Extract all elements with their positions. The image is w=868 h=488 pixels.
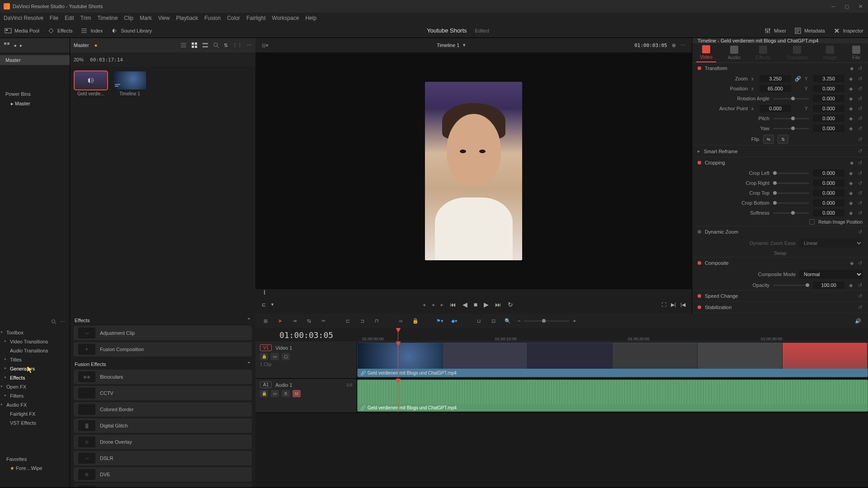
tree-titles[interactable]: Titles bbox=[0, 355, 70, 364]
retain-checkbox[interactable] bbox=[809, 219, 815, 225]
mark-in-icon[interactable]: ⊏ bbox=[262, 302, 266, 308]
tab-file[interactable]: File bbox=[849, 44, 864, 62]
tree-audio-transitions[interactable]: Audio Transitions bbox=[0, 346, 70, 355]
minimize-button[interactable]: ─ bbox=[829, 2, 837, 10]
dynamic-trim-tool[interactable]: ⇆ bbox=[304, 316, 313, 325]
search-icon[interactable] bbox=[51, 319, 57, 324]
bypass-icon[interactable]: ⊛ bbox=[672, 42, 676, 48]
sound-library-toggle[interactable]: Sound Library bbox=[111, 27, 152, 34]
keyframe-icon[interactable]: ◆ bbox=[848, 86, 854, 91]
snap-icon[interactable]: ⊔ bbox=[474, 316, 483, 325]
tree-favorites[interactable]: Favorites bbox=[0, 455, 70, 464]
trim-tool[interactable]: ⇥ bbox=[290, 316, 299, 325]
opacity-input[interactable] bbox=[813, 282, 844, 289]
softness-input[interactable] bbox=[813, 209, 844, 216]
pitch-slider[interactable] bbox=[773, 118, 809, 119]
zoom-out-icon[interactable]: − bbox=[518, 318, 520, 324]
metadata-toggle[interactable]: Metadata bbox=[794, 27, 825, 34]
effect-item[interactable]: ▭Adjustment Clip bbox=[74, 326, 252, 340]
effect-item[interactable]: Night Vision bbox=[74, 483, 252, 487]
blade-tool[interactable]: ✂ bbox=[319, 316, 328, 325]
crop-left-slider[interactable] bbox=[773, 173, 809, 174]
cropping-header[interactable]: Cropping ◆↺ bbox=[692, 157, 868, 168]
selection-tool[interactable]: ➤ bbox=[275, 316, 284, 325]
insert-icon[interactable]: ⊏ bbox=[343, 316, 352, 325]
timeline-view-icon[interactable]: ⊞ bbox=[261, 316, 270, 325]
tree-filters[interactable]: Filters bbox=[0, 391, 70, 400]
reset-icon[interactable]: ↺ bbox=[857, 116, 863, 121]
yaw-slider[interactable] bbox=[773, 128, 809, 129]
link-icon[interactable]: 🔗 bbox=[795, 76, 801, 82]
sort-icon[interactable]: ⇅ bbox=[224, 42, 228, 48]
tree-fairlight-fx[interactable]: Fairlight FX bbox=[0, 409, 70, 418]
effect-item[interactable]: ◎Drone Overlay bbox=[74, 435, 252, 449]
marker-icon[interactable]: ◆▾ bbox=[450, 316, 459, 325]
menu-item[interactable]: View bbox=[158, 15, 170, 21]
audio-clip[interactable]: 🔗Geld verdienen mit Blogs und ChatGPT.mp… bbox=[357, 380, 868, 412]
reset-icon[interactable]: ↺ bbox=[857, 136, 863, 142]
crop-bottom-slider[interactable] bbox=[773, 202, 809, 204]
menu-item[interactable]: Color bbox=[227, 15, 240, 21]
anchor-y-input[interactable] bbox=[813, 105, 844, 112]
tree-generators[interactable]: Generators bbox=[0, 364, 70, 373]
keyframe-icon[interactable]: ◆ bbox=[848, 96, 854, 101]
keyframe-icon[interactable]: ◆ bbox=[849, 160, 854, 165]
fullscreen-icon[interactable]: ⛶ bbox=[661, 302, 666, 307]
rotation-slider[interactable] bbox=[773, 98, 809, 99]
crop-bottom-input[interactable] bbox=[813, 199, 844, 206]
next-edit-icon[interactable]: ▸ bbox=[441, 302, 443, 308]
flip-v-button[interactable]: ⇅ bbox=[778, 135, 788, 144]
match-frame-icon[interactable]: ◂ bbox=[423, 302, 425, 308]
keyframe-icon[interactable]: ◆ bbox=[848, 126, 854, 131]
position-lock-icon[interactable]: 🔒 bbox=[411, 316, 420, 325]
favorite-item[interactable]: ★ Fore…Wipe bbox=[0, 464, 70, 473]
audio-meter-icon[interactable]: 🔊 bbox=[854, 316, 863, 325]
transform-header[interactable]: Transform ◆↺ bbox=[692, 63, 868, 74]
search-icon[interactable] bbox=[213, 42, 219, 48]
bin-view-icon[interactable] bbox=[4, 42, 10, 48]
zoom-y-input[interactable] bbox=[813, 75, 844, 82]
viewer-zoom[interactable]: ⊟▾ bbox=[262, 42, 269, 48]
menu-item[interactable]: Playback bbox=[176, 15, 198, 21]
playhead[interactable] bbox=[398, 328, 398, 341]
in-point-icon[interactable]: ▶| bbox=[671, 302, 676, 308]
media-clip[interactable]: Timeline 1 bbox=[113, 71, 146, 96]
media-pool-toggle[interactable]: Media Pool bbox=[5, 27, 39, 34]
inspector-toggle[interactable]: Inspector bbox=[833, 27, 863, 34]
zoom-in-icon[interactable]: + bbox=[573, 318, 576, 324]
reset-icon[interactable]: ↺ bbox=[857, 66, 863, 71]
effect-item[interactable]: ▓Digital Glitch bbox=[74, 418, 252, 433]
track-auto-icon[interactable]: ▭ bbox=[271, 390, 279, 397]
anchor-x-input[interactable] bbox=[760, 105, 791, 112]
reset-icon[interactable]: ↺ bbox=[857, 160, 863, 165]
reverse-button[interactable]: ◀ bbox=[462, 301, 467, 308]
link-icon[interactable]: ∞ bbox=[396, 316, 406, 325]
chevron-down-icon[interactable]: ▼ bbox=[462, 43, 466, 47]
crop-top-slider[interactable] bbox=[773, 192, 809, 194]
smart-reframe-header[interactable]: ▸Smart Reframe ↺ bbox=[692, 145, 868, 157]
chevron-down-icon[interactable]: ▼ bbox=[270, 302, 274, 307]
menu-item[interactable]: Workspace bbox=[272, 15, 299, 21]
speed-change-header[interactable]: Speed Change↺ bbox=[692, 291, 868, 301]
track-disable-icon[interactable]: ▢ bbox=[282, 353, 290, 360]
fusion-effects-category[interactable]: Fusion Effects⌃ bbox=[70, 357, 255, 369]
replace-icon[interactable]: ⊓ bbox=[372, 316, 381, 325]
viewer-more-icon[interactable]: ⋯ bbox=[680, 42, 685, 48]
video-clip[interactable]: 🔗Geld verdienen mit Blogs und ChatGPT.mp… bbox=[357, 343, 868, 377]
effect-item[interactable]: ◉◉Binoculars bbox=[74, 370, 252, 384]
keyframe-icon[interactable]: ◆ bbox=[848, 116, 854, 121]
rotation-input[interactable] bbox=[813, 95, 844, 102]
loop-button[interactable]: ↻ bbox=[508, 301, 513, 308]
crop-right-slider[interactable] bbox=[773, 183, 809, 184]
menu-item[interactable]: Edit bbox=[65, 15, 74, 21]
mixer-toggle[interactable]: Mixer bbox=[764, 27, 786, 34]
close-button[interactable]: ✕ bbox=[856, 2, 864, 10]
prev-edit-icon[interactable]: ◂ bbox=[432, 302, 434, 308]
video-track-header[interactable]: V1Video 1 🔒 ▭ ▢ 1 Clip bbox=[255, 342, 357, 378]
menu-item[interactable]: Fusion bbox=[204, 15, 221, 21]
crop-top-input[interactable] bbox=[813, 189, 844, 197]
effect-item[interactable]: ✦Fusion Composition bbox=[74, 342, 252, 357]
keyframe-icon[interactable]: ◆ bbox=[848, 106, 854, 111]
reset-icon[interactable]: ↺ bbox=[857, 106, 863, 111]
reset-icon[interactable]: ↺ bbox=[857, 149, 863, 154]
